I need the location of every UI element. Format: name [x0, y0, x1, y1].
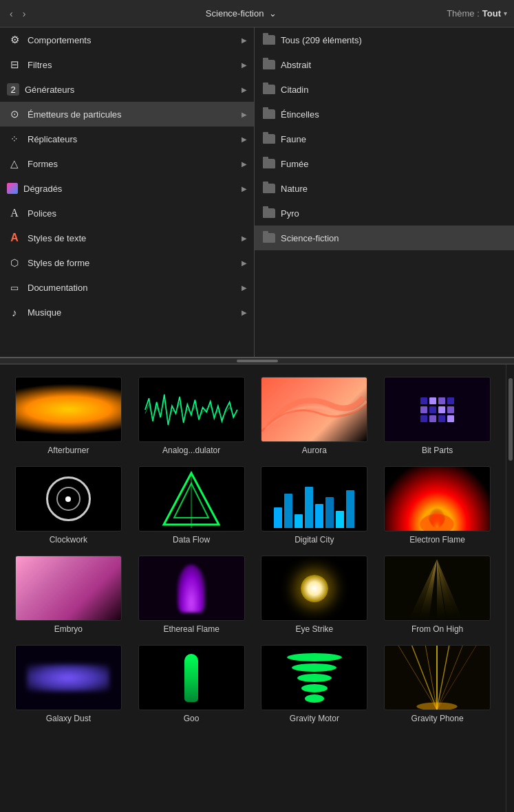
thumbnail-aurora [261, 377, 367, 442]
theme-selector[interactable]: Thème : Tout ▾ [447, 8, 507, 19]
thumbnail-clockwork [15, 466, 122, 531]
category-sciencefiction[interactable]: Science-fiction [255, 226, 514, 250]
sidebar-item-replicateurs[interactable]: ⁘ Réplicateurs ▶ [0, 127, 254, 151]
item-label: Gravity Phone [378, 714, 496, 723]
page-title: Science-fiction ⌄ [35, 8, 447, 19]
panel-divider[interactable] [0, 358, 514, 364]
sidebar-item-documentation[interactable]: ▭ Documentation ▶ [0, 275, 254, 300]
category-etincelles[interactable]: Étincelles [255, 102, 514, 127]
sidebar-item-degrades[interactable]: Dégradés ▶ [0, 176, 254, 201]
content-grid: Afterburner Analog...dulator [0, 364, 506, 812]
arrow-icon: ▶ [242, 309, 247, 316]
list-item[interactable]: Gravity Phone [376, 639, 499, 729]
category-citadin[interactable]: Citadin [255, 77, 514, 102]
sidebar-item-label: Styles de texte [28, 233, 242, 243]
item-label: Afterburner [10, 446, 127, 455]
category-nature[interactable]: Nature [255, 176, 514, 201]
sidebar: ⚙ Comportements ▶ ⊟ Filtres ▶ 2 Générate… [0, 28, 255, 357]
category-label: Nature [281, 184, 308, 194]
sidebar-item-polices[interactable]: A Polices [0, 201, 254, 226]
list-item[interactable]: Analog...dulator [130, 371, 253, 461]
category-label: Citadin [281, 85, 308, 95]
folder-icon [263, 208, 275, 218]
gradient-icon [7, 183, 18, 194]
folder-icon [263, 109, 275, 119]
category-label: Abstrait [281, 60, 311, 70]
thumbnail-eyestrike [261, 556, 367, 621]
categories-panel: Tous (209 éléments) Abstrait Citadin Éti… [255, 28, 514, 357]
sidebar-item-label: Réplicateurs [28, 134, 242, 144]
list-item[interactable]: Aurora [253, 371, 376, 461]
shapes-icon: △ [7, 156, 22, 171]
sidebar-item-generateurs[interactable]: 2 Générateurs ▶ [0, 77, 254, 102]
music-icon: ♪ [7, 305, 22, 320]
list-item[interactable]: Eye Strike [253, 550, 376, 639]
arrow-icon: ▶ [242, 86, 247, 94]
folder-icon [263, 184, 275, 193]
chevron-down-icon: ▾ [504, 10, 507, 17]
list-item[interactable]: From On High [376, 550, 499, 639]
category-pyro[interactable]: Pyro [255, 201, 514, 226]
sidebar-item-label: Générateurs [25, 85, 242, 95]
list-item[interactable]: Electron Flame [376, 461, 499, 550]
sidebar-item-filtres[interactable]: ⊟ Filtres ▶ [0, 52, 254, 77]
sidebar-item-stylesdeforme[interactable]: ⬡ Styles de forme ▶ [0, 250, 254, 275]
list-item[interactable]: Goo [130, 639, 253, 729]
category-label: Science-fiction [281, 233, 339, 243]
item-label: Ethereal Flame [133, 624, 250, 634]
back-button[interactable]: ‹ [7, 7, 16, 21]
item-label: From On High [378, 624, 496, 634]
list-item[interactable]: Embryo [7, 550, 130, 639]
sidebar-item-label: Documentation [28, 283, 242, 293]
folder-icon [263, 134, 275, 144]
item-label: Gravity Motor [256, 714, 374, 723]
scrollbar-thumb[interactable] [508, 378, 513, 461]
svg-line-15 [437, 646, 463, 710]
sidebar-item-emetteurs[interactable]: ⊙ Émetteurs de particules ▶ [0, 102, 254, 127]
text-style-icon: A [7, 230, 22, 245]
category-fumee[interactable]: Fumée [255, 151, 514, 176]
list-item[interactable]: Bit Parts [376, 371, 499, 461]
thumbnail-bitparts [384, 377, 491, 442]
scrollbar[interactable] [506, 364, 514, 812]
thumbnail-afterburner [15, 377, 122, 442]
list-item[interactable]: Ethereal Flame [130, 550, 253, 639]
folder-icon [263, 35, 275, 45]
sidebar-item-label: Filtres [28, 60, 242, 70]
thumbnail-gravityphone [384, 645, 491, 710]
list-item[interactable]: Data Flow [130, 461, 253, 550]
list-item[interactable]: Galaxy Dust [7, 639, 130, 729]
category-label: Fumée [281, 159, 308, 169]
sidebar-item-label: Polices [28, 208, 247, 219]
list-item[interactable]: Afterburner [7, 371, 130, 461]
list-item[interactable]: Gravity Motor [253, 639, 376, 729]
category-abstrait[interactable]: Abstrait [255, 52, 514, 77]
list-item[interactable]: Digital City [253, 461, 376, 550]
category-tous[interactable]: Tous (209 éléments) [255, 28, 514, 52]
category-faune[interactable]: Faune [255, 127, 514, 151]
thumbnail-embryo [15, 556, 122, 621]
arrow-icon: ▶ [242, 111, 247, 118]
sidebar-item-formes[interactable]: △ Formes ▶ [0, 151, 254, 176]
nav-arrows: ‹ › [7, 7, 28, 21]
item-label: Digital City [256, 535, 374, 545]
sidebar-item-musique[interactable]: ♪ Musique ▶ [0, 300, 254, 325]
thumbnail-etherealflame [138, 556, 245, 621]
list-item[interactable]: Clockwork [7, 461, 130, 550]
sidebar-item-stylesdetexte[interactable]: A Styles de texte ▶ [0, 226, 254, 250]
thumbnail-galaxydust [15, 645, 122, 710]
item-label: Eye Strike [256, 624, 374, 634]
item-label: Data Flow [133, 535, 250, 545]
thumbnail-fromonhigh [384, 556, 491, 621]
item-label: Goo [133, 714, 250, 723]
category-label: Étincelles [281, 109, 319, 120]
sidebar-item-label: Musique [28, 307, 242, 318]
sidebar-item-label: Styles de forme [28, 258, 242, 268]
forward-button[interactable]: › [20, 7, 29, 21]
arrow-icon: ▶ [242, 284, 247, 292]
sidebar-item-comportements[interactable]: ⚙ Comportements ▶ [0, 28, 254, 52]
sidebar-item-label: Comportements [28, 35, 242, 45]
arrow-icon: ▶ [242, 61, 247, 69]
folder-icon [263, 233, 275, 243]
item-label: Bit Parts [378, 446, 496, 455]
